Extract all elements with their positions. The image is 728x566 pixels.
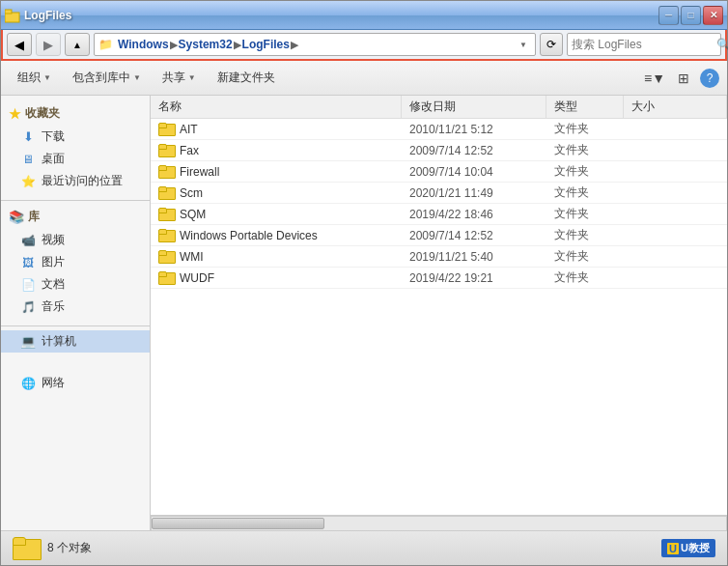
back-button[interactable]: ◀ xyxy=(7,33,32,56)
sidebar-item-network[interactable]: 🌐 网络 xyxy=(1,372,150,394)
up-button[interactable]: ▲ xyxy=(65,33,90,56)
toolbar-right: ≡▼ ⊞ ? xyxy=(642,66,719,91)
horizontal-scrollbar[interactable] xyxy=(151,516,727,531)
col-header-date[interactable]: 修改日期 xyxy=(402,96,546,118)
addressbar-area: ◀ ▶ ▲ 📁 Windows ▶ System32 ▶ LogFiles ▶ … xyxy=(1,30,727,61)
window-title: LogFiles xyxy=(24,9,71,22)
file-date-cell: 2010/11/21 5:12 xyxy=(402,123,546,136)
main-area: ★ 收藏夹 ⬇ 下载 🖥 桌面 ⭐ 最近访问的位置 xyxy=(1,96,727,530)
table-row[interactable]: Firewall 2009/7/14 10:04 文件夹 xyxy=(151,161,727,183)
table-row[interactable]: Windows Portable Devices 2009/7/14 12:52… xyxy=(151,225,727,246)
hscroll-thumb[interactable] xyxy=(152,518,324,529)
computer-icon: 💻 xyxy=(20,334,36,350)
sidebar-item-music[interactable]: 🎵 音乐 xyxy=(1,296,150,318)
forward-button[interactable]: ▶ xyxy=(36,33,61,56)
network-section: 🌐 网络 xyxy=(1,372,150,394)
file-type-cell: 文件夹 xyxy=(546,121,624,137)
close-button[interactable]: ✕ xyxy=(703,6,723,25)
file-date-cell: 2009/7/14 12:52 xyxy=(402,144,546,157)
address-dropdown-btn[interactable]: ▼ xyxy=(516,41,531,49)
table-row[interactable]: Scm 2020/1/21 11:49 文件夹 xyxy=(151,183,727,204)
path-windows: Windows xyxy=(118,38,169,51)
file-date-cell: 2019/4/22 18:46 xyxy=(402,208,546,221)
share-arrow: ▼ xyxy=(188,73,196,82)
file-type-cell: 文件夹 xyxy=(546,184,624,201)
sidebar-item-computer[interactable]: 💻 计算机 xyxy=(1,330,150,353)
col-header-name[interactable]: 名称 xyxy=(151,96,402,118)
search-box[interactable]: 🔍 xyxy=(567,33,721,56)
table-row[interactable]: Fax 2009/7/14 12:52 文件夹 xyxy=(151,140,727,161)
table-row[interactable]: WUDF 2019/4/22 19:21 文件夹 xyxy=(151,268,727,289)
file-name: Windows Portable Devices xyxy=(180,229,318,242)
file-name: SQM xyxy=(180,208,206,221)
sidebar-divider-1 xyxy=(1,200,150,201)
new-folder-button[interactable]: 新建文件夹 xyxy=(209,65,284,92)
sidebar-item-video[interactable]: 📹 视频 xyxy=(1,229,150,251)
file-name-cell: WUDF xyxy=(151,271,402,285)
library-label: 库 xyxy=(28,209,40,225)
path-system32: System32 xyxy=(179,38,233,51)
maximize-button[interactable]: □ xyxy=(681,6,701,25)
folder-icon xyxy=(158,229,174,242)
refresh-button[interactable]: ⟳ xyxy=(540,33,563,56)
col-header-type[interactable]: 类型 xyxy=(546,96,624,118)
table-row[interactable]: WMI 2019/11/21 5:40 文件夹 xyxy=(151,246,727,268)
sidebar-item-recent-label: 最近访问的位置 xyxy=(42,173,123,189)
sidebar-item-recent[interactable]: ⭐ 最近访问的位置 xyxy=(1,170,150,192)
file-name-cell: Scm xyxy=(151,186,402,200)
organize-arrow: ▼ xyxy=(43,73,51,82)
music-icon: 🎵 xyxy=(20,299,36,315)
address-box[interactable]: 📁 Windows ▶ System32 ▶ LogFiles ▶ ▼ xyxy=(94,33,536,56)
svg-rect-1 xyxy=(5,10,12,14)
video-icon: 📹 xyxy=(20,233,36,248)
sidebar-item-network-label: 网络 xyxy=(42,375,65,391)
statusbar-folder-icon xyxy=(13,537,40,560)
sidebar-item-music-label: 音乐 xyxy=(42,298,65,315)
file-date-cell: 2020/1/21 11:49 xyxy=(402,186,546,200)
folder-icon xyxy=(158,271,174,285)
sidebar-item-document[interactable]: 📄 文档 xyxy=(1,273,150,296)
address-icon: 📁 xyxy=(98,38,113,51)
toolbar: 组织 ▼ 包含到库中 ▼ 共享 ▼ 新建文件夹 ≡▼ ⊞ ? xyxy=(1,61,727,96)
scrollbar-area xyxy=(151,515,727,530)
sidebar-item-photo[interactable]: 🖼 图片 xyxy=(1,251,150,273)
search-input[interactable] xyxy=(572,38,716,51)
col-header-size[interactable]: 大小 xyxy=(624,96,727,118)
computer-section: 💻 计算机 xyxy=(1,330,150,353)
table-row[interactable]: SQM 2019/4/22 18:46 文件夹 xyxy=(151,204,727,225)
file-name-cell: Firewall xyxy=(151,165,402,179)
share-button[interactable]: 共享 ▼ xyxy=(154,65,205,92)
titlebar-buttons: ─ □ ✕ xyxy=(658,6,723,25)
path-sep-3: ▶ xyxy=(291,39,298,51)
view-options-button[interactable]: ≡▼ xyxy=(642,66,667,91)
desktop-icon: 🖥 xyxy=(20,152,36,167)
path-sep-1: ▶ xyxy=(170,39,178,51)
include-library-button[interactable]: 包含到库中 ▼ xyxy=(64,65,150,92)
statusbar: 8 个对象 U U教授 xyxy=(1,530,727,565)
sidebar-item-download[interactable]: ⬇ 下载 xyxy=(1,126,150,148)
sidebar: ★ 收藏夹 ⬇ 下载 🖥 桌面 ⭐ 最近访问的位置 xyxy=(1,96,151,530)
photo-icon: 🖼 xyxy=(20,255,36,270)
sidebar-item-desktop[interactable]: 🖥 桌面 xyxy=(1,148,150,170)
minimize-button[interactable]: ─ xyxy=(658,6,679,25)
ujiaoshou-u: U xyxy=(667,543,679,554)
file-date-cell: 2019/4/22 19:21 xyxy=(402,271,546,285)
file-date-cell: 2009/7/14 12:52 xyxy=(402,229,546,242)
file-name-cell: Windows Portable Devices xyxy=(151,229,402,242)
view-toggle-button[interactable]: ⊞ xyxy=(671,66,696,91)
file-name: AIT xyxy=(180,123,198,136)
ujiaoshou-name: U教授 xyxy=(681,541,710,555)
help-button[interactable]: ? xyxy=(700,69,719,88)
sidebar-divider-2 xyxy=(1,325,150,326)
file-name-cell: AIT xyxy=(151,123,402,136)
file-name-cell: Fax xyxy=(151,144,402,157)
window-icon xyxy=(5,8,20,23)
titlebar-left: LogFiles xyxy=(5,8,71,23)
file-name: Fax xyxy=(180,144,199,157)
file-list-header: 名称 修改日期 类型 大小 xyxy=(151,96,727,119)
organize-button[interactable]: 组织 ▼ xyxy=(9,65,60,92)
table-row[interactable]: AIT 2010/11/21 5:12 文件夹 xyxy=(151,119,727,140)
favorites-section: ★ 收藏夹 ⬇ 下载 🖥 桌面 ⭐ 最近访问的位置 xyxy=(1,101,150,192)
library-icon: 📚 xyxy=(9,210,24,224)
network-icon: 🌐 xyxy=(20,376,36,391)
